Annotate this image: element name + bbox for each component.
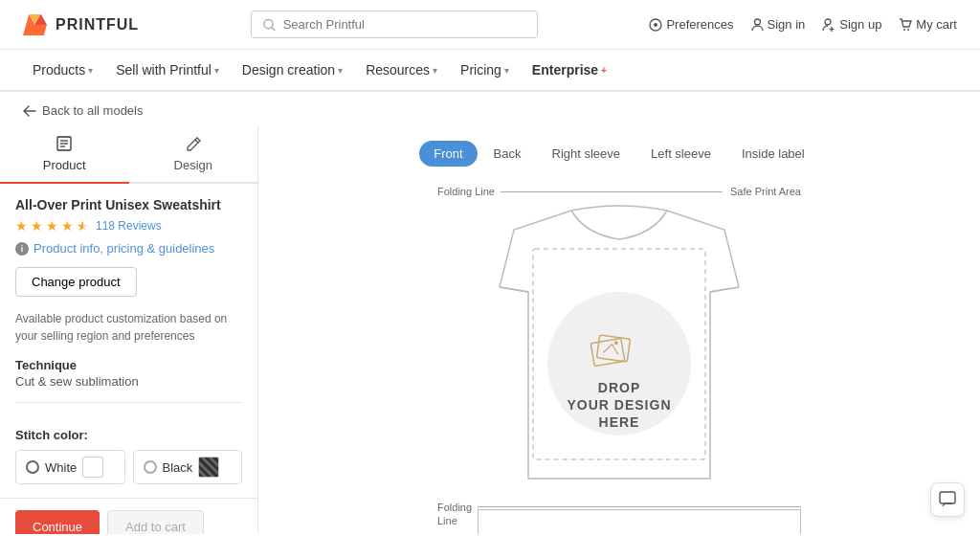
folding-line-bottom-row: FoldingLine (437, 501, 801, 534)
nav-design-creation[interactable]: Design creation ▾ (233, 53, 352, 87)
preferences-icon (649, 18, 662, 32)
chat-icon (939, 491, 956, 508)
svg-point-11 (903, 29, 905, 31)
folding-line-top-row: Folding Line Safe Print Area (437, 186, 801, 197)
svg-line-4 (272, 27, 275, 30)
radio-black[interactable] (144, 460, 157, 474)
product-tab-icon (56, 135, 73, 155)
star-1: ★ (15, 218, 28, 234)
svg-text:HERE: HERE (599, 414, 640, 430)
star-3: ★ (46, 218, 58, 234)
star-5: ★★ (77, 218, 89, 234)
swatch-white (82, 457, 103, 478)
stitch-section: Stitch color: White Black (0, 428, 257, 498)
svg-text:YOUR DESIGN: YOUR DESIGN (567, 397, 671, 413)
svg-text:DROP: DROP (598, 380, 640, 395)
nav-pricing-arrow: ▾ (504, 65, 509, 76)
user-plus-icon (822, 18, 835, 32)
nav-enterprise[interactable]: Enterprise+ (523, 53, 616, 87)
svg-point-12 (907, 29, 909, 31)
preferences-button[interactable]: Preferences (649, 17, 733, 32)
folding-line-bottom-top (478, 506, 801, 507)
right-panel: Front Back Right sleeve Left sleeve Insi… (258, 125, 980, 534)
color-options: White Black (15, 450, 242, 484)
svg-rect-27 (940, 492, 955, 503)
bottom-bar: Continue Add to cart (0, 498, 257, 534)
svg-line-18 (710, 287, 739, 292)
view-tab-left-sleeve[interactable]: Left sleeve (636, 141, 725, 167)
info-link[interactable]: i Product info, pricing & guidelines (15, 241, 242, 256)
stitch-label: Stitch color: (15, 428, 242, 442)
logo-text: PRINTFUL (56, 16, 139, 34)
view-tab-right-sleeve[interactable]: Right sleeve (538, 141, 635, 167)
search-input[interactable] (283, 17, 525, 32)
color-option-black[interactable]: Black (133, 450, 243, 484)
search-bar[interactable] (251, 11, 538, 38)
tab-row: Product Design (0, 125, 257, 184)
folding-line-bottom-label: FoldingLine (437, 501, 472, 528)
change-product-button[interactable]: Change product (15, 267, 137, 297)
technique-value: Cut & sew sublimation (15, 374, 242, 389)
add-to-cart-button[interactable]: Add to cart (107, 510, 204, 534)
continue-button[interactable]: Continue (15, 510, 100, 534)
sign-in-button[interactable]: Sign in (751, 17, 806, 32)
info-icon: i (15, 242, 29, 256)
product-info: All-Over Print Unisex Sweatshirt ★ ★ ★ ★… (0, 184, 257, 428)
folding-line-top (501, 191, 723, 192)
main: Product Design All-Over Print Unisex Swe… (0, 125, 980, 534)
radio-white[interactable] (26, 460, 39, 474)
availability-text: Available product customization based on… (15, 310, 242, 345)
folding-box (478, 509, 801, 534)
star-rating: ★ ★ ★ ★ ★★ 118 Reviews (15, 218, 242, 234)
svg-line-17 (500, 287, 528, 292)
nav-design-creation-arrow: ▾ (338, 65, 343, 76)
folding-line-top-label: Folding Line (437, 186, 495, 197)
cart-icon (899, 18, 912, 32)
nav-resources-arrow: ▾ (433, 65, 437, 76)
color-label-white: White (45, 460, 77, 475)
cart-button[interactable]: My cart (899, 17, 957, 32)
logo-icon (23, 14, 50, 35)
star-2: ★ (31, 218, 43, 234)
technique-label: Technique (15, 358, 242, 372)
folding-line-bottom-container (478, 506, 801, 534)
color-label-black: Black (163, 460, 193, 475)
product-title: All-Over Print Unisex Sweatshirt (15, 197, 242, 212)
chat-bubble[interactable] (930, 482, 965, 517)
garment-container: Folding Line Safe Print Area (437, 186, 801, 534)
search-icon (263, 18, 276, 32)
user-icon (751, 18, 764, 32)
color-option-white[interactable]: White (15, 450, 125, 484)
tab-design[interactable]: Design (129, 125, 258, 184)
swatch-black (198, 457, 219, 478)
view-tab-front[interactable]: Front (419, 141, 477, 167)
design-tab-icon (185, 135, 202, 155)
svg-point-7 (754, 19, 760, 25)
nav-pricing[interactable]: Pricing ▾ (451, 53, 519, 87)
logo[interactable]: PRINTFUL (23, 14, 139, 35)
star-4: ★ (61, 218, 74, 234)
left-panel: Product Design All-Over Print Unisex Swe… (0, 125, 258, 534)
nav: Products ▾ Sell with Printful ▾ Design c… (0, 50, 980, 92)
reviews-link[interactable]: 118 Reviews (96, 219, 162, 233)
nav-products[interactable]: Products ▾ (23, 53, 102, 87)
nav-products-arrow: ▾ (88, 65, 93, 76)
header-actions: Preferences Sign in Sign up My cart (649, 17, 957, 32)
header: PRINTFUL Preferences Sign in Sign up My … (0, 0, 980, 50)
back-arrow-icon (23, 105, 36, 117)
view-tabs: Front Back Right sleeve Left sleeve Insi… (419, 141, 818, 167)
svg-point-6 (654, 23, 657, 27)
view-tab-inside-label[interactable]: Inside label (727, 141, 819, 167)
view-tab-back[interactable]: Back (479, 141, 536, 167)
tab-product[interactable]: Product (0, 125, 129, 184)
nav-resources[interactable]: Resources ▾ (356, 53, 447, 87)
sweatshirt-svg: DROP YOUR DESIGN HERE (437, 201, 801, 507)
folding-line-bottom-area: FoldingLine (437, 501, 801, 534)
back-link[interactable]: Back to all models (0, 92, 980, 125)
technique-section: Technique Cut & sew sublimation (15, 358, 242, 389)
divider (15, 402, 242, 403)
svg-point-8 (825, 19, 831, 25)
nav-sell-arrow: ▾ (214, 65, 219, 76)
nav-sell[interactable]: Sell with Printful ▾ (106, 53, 229, 87)
sign-up-button[interactable]: Sign up (822, 17, 881, 32)
